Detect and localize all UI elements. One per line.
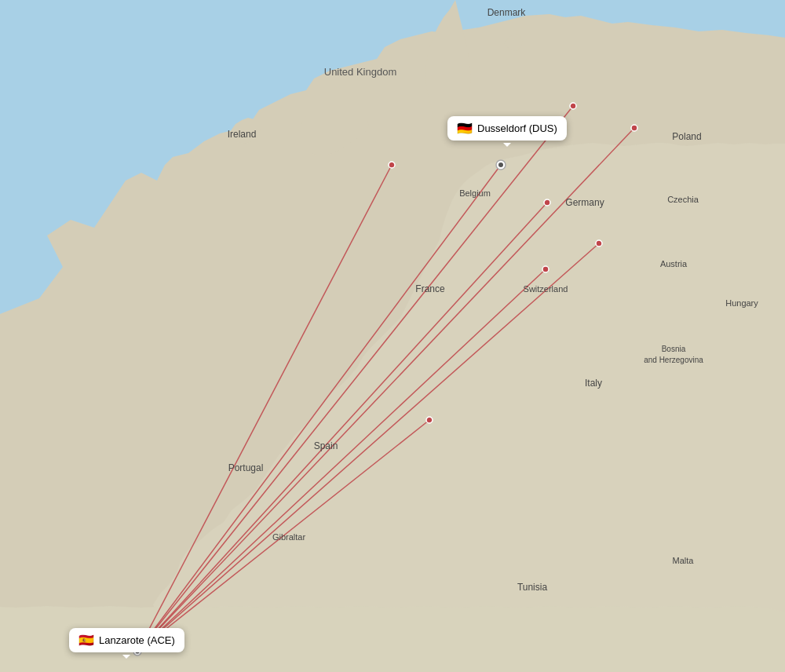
svg-point-19: [136, 650, 140, 654]
svg-text:Italy: Italy: [585, 378, 602, 389]
svg-point-17: [498, 163, 503, 167]
svg-text:Germany: Germany: [565, 197, 604, 208]
svg-text:Ireland: Ireland: [228, 129, 257, 140]
svg-text:Poland: Poland: [672, 131, 701, 142]
svg-text:Switzerland: Switzerland: [524, 284, 568, 294]
svg-text:Denmark: Denmark: [487, 7, 527, 18]
svg-text:Belgium: Belgium: [459, 188, 491, 198]
svg-text:Bosnia: Bosnia: [662, 345, 686, 353]
svg-text:Gibraltar: Gibraltar: [272, 532, 306, 542]
svg-text:Spain: Spain: [314, 440, 338, 451]
svg-point-12: [544, 199, 550, 206]
svg-text:and Herzegovina: and Herzegovina: [644, 356, 703, 364]
svg-text:United Kingdom: United Kingdom: [324, 66, 397, 78]
map-svg: Denmark United Kingdom Ireland Belgium G…: [0, 0, 785, 672]
svg-point-13: [596, 240, 602, 247]
map-container: Denmark United Kingdom Ireland Belgium G…: [0, 0, 785, 672]
svg-text:Portugal: Portugal: [228, 462, 264, 473]
svg-text:Hungary: Hungary: [725, 298, 758, 308]
svg-text:France: France: [415, 283, 445, 294]
svg-text:Malta: Malta: [673, 556, 695, 565]
svg-point-10: [570, 103, 576, 109]
svg-point-11: [631, 125, 637, 131]
svg-text:Tunisia: Tunisia: [517, 582, 548, 593]
svg-text:Austria: Austria: [660, 259, 688, 268]
svg-point-9: [389, 162, 395, 168]
svg-point-14: [542, 266, 549, 272]
svg-text:Czechia: Czechia: [667, 195, 699, 204]
svg-point-15: [426, 417, 433, 423]
